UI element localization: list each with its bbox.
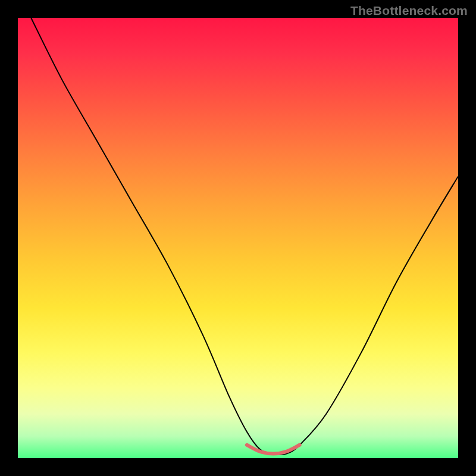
bottom-marker-line <box>247 445 300 454</box>
watermark-text: TheBottleneck.com <box>350 4 468 18</box>
main-curve-line <box>31 18 458 455</box>
chart-svg <box>18 18 458 458</box>
chart-plot-area <box>18 18 458 458</box>
